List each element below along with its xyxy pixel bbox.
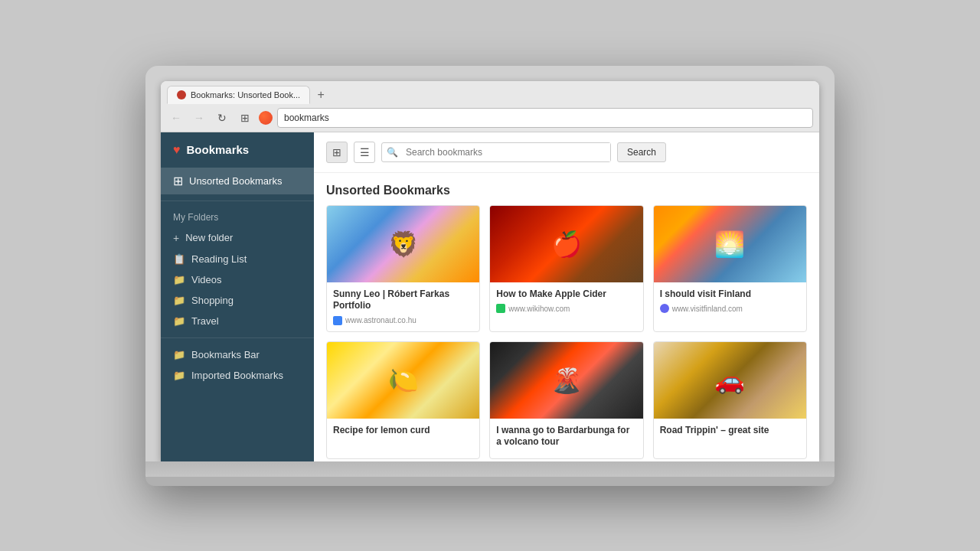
my-folders-label: My Folders bbox=[161, 207, 314, 227]
main-content: ⊞ ☰ 🔍 Search Unsorted Bookmarks 🦁 Sunny … bbox=[314, 132, 819, 461]
search-icon: 🔍 bbox=[382, 147, 403, 158]
card-body-3: I should visit Finland www.visitfinland.… bbox=[654, 282, 806, 320]
section-title: Unsorted Bookmarks bbox=[314, 173, 819, 205]
sidebar: ♥ Bookmarks ⊞ Unsorted Bookmarks My Fold… bbox=[161, 132, 314, 461]
bookmarks-bar-label: Bookmarks Bar bbox=[191, 349, 260, 360]
bookmark-card-2[interactable]: 🍎 How to Make Apple Cider www.wikihow.co… bbox=[489, 205, 643, 332]
sidebar-header: ♥ Bookmarks bbox=[161, 132, 314, 168]
bookmark-card-4[interactable]: 🍋 Recipe for lemon curd bbox=[326, 341, 480, 459]
refresh-button[interactable]: ↻ bbox=[213, 109, 231, 127]
sidebar-divider-2 bbox=[161, 337, 314, 338]
browser-content: ♥ Bookmarks ⊞ Unsorted Bookmarks My Fold… bbox=[161, 132, 819, 461]
new-folder-label: New folder bbox=[185, 232, 233, 243]
search-container: 🔍 bbox=[381, 142, 611, 162]
card-body-4: Recipe for lemon curd bbox=[327, 419, 479, 447]
add-icon: + bbox=[173, 232, 179, 244]
card-title-5: I wanna go to Bardarbunga for a volcano … bbox=[496, 425, 636, 448]
sidebar-item-videos[interactable]: 📁 Videos bbox=[161, 269, 314, 290]
card-title-2: How to Make Apple Cider bbox=[496, 289, 636, 301]
laptop-bottom bbox=[145, 477, 835, 486]
sidebar-item-bookmarks-bar[interactable]: 📁 Bookmarks Bar bbox=[161, 344, 314, 365]
url-text-3: www.visitfinland.com bbox=[672, 305, 743, 313]
sidebar-item-reading-list[interactable]: 📋 Reading List bbox=[161, 249, 314, 269]
sidebar-title: Bookmarks bbox=[187, 143, 250, 156]
card-image-4: 🍋 bbox=[327, 342, 479, 419]
nav-bar: ← → ↻ ⊞ bbox=[161, 104, 819, 132]
card-url-1: www.astronaut.co.hu bbox=[333, 316, 473, 325]
card-title-6: Road Trippin' – great site bbox=[660, 425, 800, 437]
card-body-6: Road Trippin' – great site bbox=[654, 419, 806, 447]
folder-icon: 📁 bbox=[173, 315, 185, 327]
toolbar: ⊞ ☰ 🔍 Search bbox=[314, 132, 819, 173]
card-title-4: Recipe for lemon curd bbox=[333, 425, 473, 437]
url-bar[interactable] bbox=[277, 108, 813, 128]
url-favicon-1 bbox=[333, 316, 342, 325]
url-favicon-3 bbox=[660, 304, 669, 313]
url-text-1: www.astronaut.co.hu bbox=[345, 316, 416, 324]
sidebar-item-imported[interactable]: 📁 Imported Bookmarks bbox=[161, 365, 314, 386]
card-image-5: 🌋 bbox=[490, 342, 642, 419]
reading-list-label: Reading List bbox=[191, 253, 247, 265]
card-title-3: I should visit Finland bbox=[660, 289, 800, 301]
laptop-base bbox=[145, 461, 835, 477]
firefox-icon bbox=[259, 111, 273, 125]
bookmark-card-1[interactable]: 🦁 Sunny Leo | Róbert Farkas Portfolio ww… bbox=[326, 205, 480, 332]
tab-bar: Bookmarks: Unsorted Book... + bbox=[161, 81, 819, 104]
laptop-shell: Bookmarks: Unsorted Book... + ← → ↻ ⊞ ♥ … bbox=[145, 66, 835, 486]
browser-window: Bookmarks: Unsorted Book... + ← → ↻ ⊞ ♥ … bbox=[161, 81, 819, 461]
search-button[interactable]: Search bbox=[617, 142, 666, 162]
list-view-button[interactable]: ☰ bbox=[354, 142, 375, 163]
card-image-3: 🌅 bbox=[654, 206, 806, 282]
card-image-1: 🦁 bbox=[327, 206, 479, 282]
card-url-2: www.wikihow.com bbox=[496, 304, 636, 313]
tab-title: Bookmarks: Unsorted Book... bbox=[191, 90, 300, 99]
tab-favicon bbox=[177, 90, 186, 99]
back-button[interactable]: ← bbox=[167, 109, 185, 127]
folder-icon: 📁 bbox=[173, 370, 185, 381]
card-body-2: How to Make Apple Cider www.wikihow.com bbox=[490, 282, 642, 320]
unsorted-icon: ⊞ bbox=[173, 174, 183, 188]
sidebar-item-shopping[interactable]: 📁 Shopping bbox=[161, 290, 314, 311]
active-tab[interactable]: Bookmarks: Unsorted Book... bbox=[167, 86, 310, 104]
sidebar-divider bbox=[161, 201, 314, 201]
card-url-3: www.visitfinland.com bbox=[660, 304, 800, 313]
folder-icon: 📁 bbox=[173, 274, 185, 285]
folder-icon: 📁 bbox=[173, 349, 185, 360]
heart-icon: ♥ bbox=[173, 143, 181, 157]
card-body-1: Sunny Leo | Róbert Farkas Portfolio www.… bbox=[327, 282, 479, 331]
url-favicon-2 bbox=[496, 304, 505, 313]
shopping-label: Shopping bbox=[191, 295, 234, 306]
bookmark-card-3[interactable]: 🌅 I should visit Finland www.visitfinlan… bbox=[653, 205, 807, 332]
card-title-1: Sunny Leo | Róbert Farkas Portfolio bbox=[333, 289, 473, 312]
card-body-5: I wanna go to Bardarbunga for a volcano … bbox=[490, 419, 642, 458]
unsorted-label: Unsorted Bookmarks bbox=[189, 175, 282, 187]
grid-view-button[interactable]: ⊞ bbox=[326, 142, 348, 163]
new-folder-item[interactable]: + New folder bbox=[161, 227, 314, 249]
folder-icon: 📋 bbox=[173, 253, 185, 265]
imported-label: Imported Bookmarks bbox=[191, 370, 283, 381]
bookmark-card-5[interactable]: 🌋 I wanna go to Bardarbunga for a volcan… bbox=[489, 341, 643, 459]
home-button[interactable]: ⊞ bbox=[236, 109, 254, 127]
unsorted-bookmarks-item[interactable]: ⊞ Unsorted Bookmarks bbox=[161, 168, 314, 194]
url-text-2: www.wikihow.com bbox=[508, 305, 570, 313]
card-image-2: 🍎 bbox=[490, 206, 642, 282]
videos-label: Videos bbox=[191, 274, 222, 285]
search-input[interactable] bbox=[403, 143, 610, 161]
add-tab-button[interactable]: + bbox=[313, 87, 328, 103]
forward-button[interactable]: → bbox=[190, 109, 208, 127]
travel-label: Travel bbox=[191, 315, 219, 327]
bookmarks-grid: 🦁 Sunny Leo | Róbert Farkas Portfolio ww… bbox=[314, 205, 819, 461]
folder-icon: 📁 bbox=[173, 295, 185, 306]
bookmark-card-6[interactable]: 🚗 Road Trippin' – great site bbox=[653, 341, 807, 459]
sidebar-item-travel[interactable]: 📁 Travel bbox=[161, 311, 314, 331]
browser-chrome: Bookmarks: Unsorted Book... + ← → ↻ ⊞ bbox=[161, 81, 819, 132]
card-image-6: 🚗 bbox=[654, 342, 806, 419]
